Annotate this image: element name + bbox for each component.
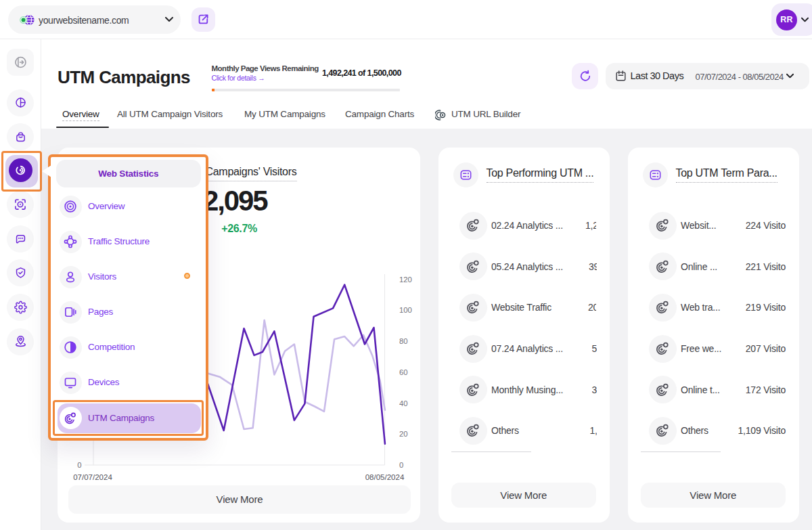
svg-text:08/05/2024: 08/05/2024 bbox=[365, 473, 405, 481]
svg-text:80: 80 bbox=[399, 337, 408, 345]
svg-text:20: 20 bbox=[399, 430, 408, 438]
svg-text:07/07/2024: 07/07/2024 bbox=[73, 473, 112, 481]
svg-text:120: 120 bbox=[399, 275, 412, 284]
svg-text:100: 100 bbox=[399, 306, 412, 314]
svg-text:40: 40 bbox=[399, 399, 408, 407]
svg-text:0: 0 bbox=[77, 461, 81, 469]
svg-text:60: 60 bbox=[399, 368, 408, 376]
svg-text:0: 0 bbox=[399, 461, 403, 469]
